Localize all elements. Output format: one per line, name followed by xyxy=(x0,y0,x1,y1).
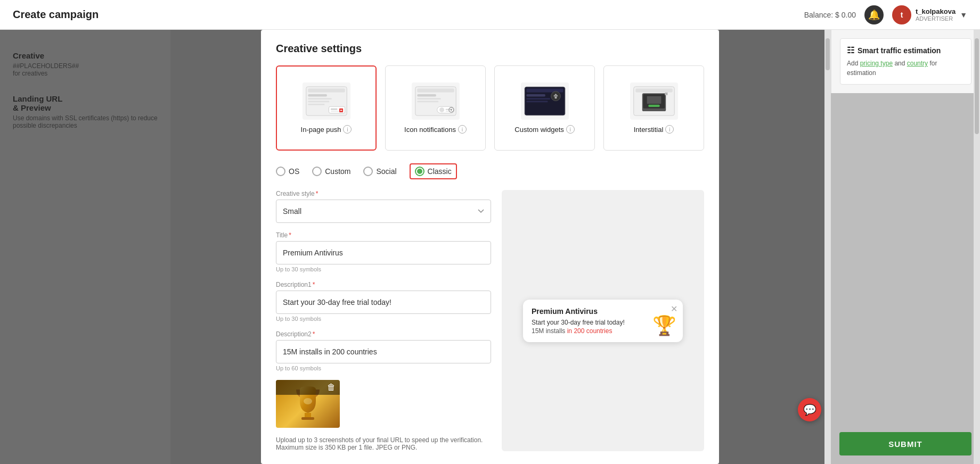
preview-card: ✕ Premium Antivirus Start your 30-day fr… xyxy=(523,300,683,342)
desc1-label: Description1 * xyxy=(276,281,491,288)
desc1-input[interactable] xyxy=(276,291,491,314)
title-field: Title * Up to 30 symbols xyxy=(276,231,491,272)
svg-point-41 xyxy=(304,398,312,404)
delete-icon[interactable]: 🗑 xyxy=(327,383,336,392)
topbar-right: Balance: $ 0.00 🔔 t t_kolpakova ADVERTIS… xyxy=(804,5,967,24)
radio-classic[interactable]: Classic xyxy=(410,163,457,179)
preview-close-icon[interactable]: ✕ xyxy=(671,304,677,314)
title-hint: Up to 30 symbols xyxy=(276,266,491,272)
svg-rect-31 xyxy=(635,88,672,92)
scrollbar-thumb xyxy=(975,38,979,134)
style-radio-row: OS Custom Social Classic xyxy=(276,163,704,179)
radio-social[interactable]: Social xyxy=(363,167,396,176)
inpage-info-icon[interactable]: i xyxy=(343,125,352,134)
title-label: Title * xyxy=(276,231,491,239)
inpage-label: In-page push i xyxy=(301,125,352,134)
svg-rect-15 xyxy=(417,101,438,103)
desc1-field: Description1 * Up to 30 symbols xyxy=(276,281,491,322)
avatar: t xyxy=(892,5,911,24)
creative-style-select[interactable]: Small Medium Large xyxy=(276,200,491,223)
creative-card-custom[interactable]: Custom widgets i xyxy=(494,65,595,151)
desc2-input[interactable] xyxy=(276,340,491,363)
inpage-icon xyxy=(303,82,350,120)
modal-main: Creative style * Small Medium Large Titl… xyxy=(276,190,704,451)
custom-widget-icon xyxy=(521,82,569,120)
required-marker-2: * xyxy=(289,231,291,239)
desc1-hint: Up to 30 symbols xyxy=(276,316,491,322)
right-scrollbar[interactable] xyxy=(974,30,980,464)
radio-os-label: OS xyxy=(289,167,299,176)
svg-point-29 xyxy=(554,95,557,97)
desc2-field: Description2 * Up to 60 symbols xyxy=(276,330,491,371)
topbar: Create campaign Balance: $ 0.00 🔔 t t_ko… xyxy=(0,0,980,30)
interstitial-info-icon[interactable]: i xyxy=(665,125,674,134)
user-role: ADVERTISER xyxy=(916,15,956,22)
svg-rect-2 xyxy=(308,94,327,96)
country-link[interactable]: country xyxy=(907,60,928,67)
chevron-down-icon: ▼ xyxy=(960,11,967,19)
form-area: Creative style * Small Medium Large Titl… xyxy=(276,190,491,451)
chat-button[interactable]: 💬 xyxy=(798,398,821,421)
svg-rect-4 xyxy=(308,101,329,103)
title-input[interactable] xyxy=(276,241,491,264)
creative-style-field: Creative style * Small Medium Large xyxy=(276,190,491,223)
user-name: t_kolpakova xyxy=(916,7,956,15)
icon-notif-info-icon[interactable]: i xyxy=(458,125,467,134)
modal-title: Creative settings xyxy=(276,43,704,55)
traffic-icon: ☷ xyxy=(847,45,854,55)
smart-traffic-desc: Add pricing type and country for estimat… xyxy=(847,59,965,78)
balance-label: Balance: $ 0.00 xyxy=(804,11,856,19)
svg-rect-25 xyxy=(526,94,545,96)
preview-trophy-icon: 🏆 xyxy=(652,314,676,337)
icon-notif-icon xyxy=(412,82,460,120)
interstitial-label: Interstitial i xyxy=(634,125,674,134)
inpage-push-svg xyxy=(305,85,348,117)
radio-classic-inner xyxy=(417,169,422,174)
modal-scrollbar-thumb xyxy=(826,38,830,70)
bottom-info: Upload up to 3 screenshots of your final… xyxy=(276,436,491,451)
smart-traffic-card: ☷ Smart traffic estimation Add pricing t… xyxy=(840,38,971,85)
radio-social-label: Social xyxy=(376,167,396,176)
modal-scrollbar[interactable] xyxy=(824,30,831,464)
svg-rect-34 xyxy=(647,96,661,104)
creative-card-icon[interactable]: Icon notifications i xyxy=(385,65,486,151)
radio-custom-outer xyxy=(312,167,322,176)
custom-widget-svg xyxy=(524,85,566,117)
right-panel: ☷ Smart traffic estimation Add pricing t… xyxy=(831,30,980,93)
svg-point-17 xyxy=(439,107,444,112)
custom-widget-info-icon[interactable]: i xyxy=(566,125,575,134)
radio-custom-label: Custom xyxy=(325,167,350,176)
page-title: Create campaign xyxy=(13,9,99,21)
image-overlay: 🗑 xyxy=(276,380,340,395)
svg-rect-40 xyxy=(301,417,314,420)
svg-rect-10 xyxy=(340,110,342,111)
radio-os-outer xyxy=(276,167,285,176)
svg-rect-1 xyxy=(308,88,345,92)
desc2-hint: Up to 60 symbols xyxy=(276,365,491,371)
preview-desc2-part1: 15M installs xyxy=(532,327,567,335)
smart-traffic-title: ☷ Smart traffic estimation xyxy=(847,45,965,55)
svg-rect-8 xyxy=(331,111,340,112)
creative-settings-modal: Creative settings xyxy=(261,30,719,464)
submit-button[interactable]: SUBMIT xyxy=(839,432,971,455)
custom-widget-label: Custom widgets i xyxy=(514,125,574,134)
creative-card-inpage[interactable]: In-page push i xyxy=(276,65,377,151)
radio-os[interactable]: OS xyxy=(276,167,299,176)
svg-rect-27 xyxy=(526,101,548,103)
svg-rect-7 xyxy=(331,109,337,110)
svg-rect-5 xyxy=(308,104,324,105)
image-upload-area[interactable]: 🗑 xyxy=(276,380,340,428)
user-info: t_kolpakova ADVERTISER xyxy=(916,7,956,22)
radio-social-outer xyxy=(363,167,373,176)
icon-notif-svg xyxy=(414,85,457,117)
radio-custom[interactable]: Custom xyxy=(312,167,350,176)
radio-classic-label: Classic xyxy=(428,167,452,176)
svg-rect-14 xyxy=(417,98,440,100)
creative-card-interstitial[interactable]: Interstitial i xyxy=(603,65,704,151)
bottom-text1: Upload up to 3 screenshots of your final… xyxy=(276,436,491,444)
preview-desc2-link: in 200 countries xyxy=(567,327,612,335)
svg-rect-35 xyxy=(648,105,659,107)
pricing-type-link[interactable]: pricing type xyxy=(860,60,893,67)
user-menu[interactable]: t t_kolpakova ADVERTISER ▼ xyxy=(892,5,967,24)
notifications-icon[interactable]: 🔔 xyxy=(864,5,884,24)
